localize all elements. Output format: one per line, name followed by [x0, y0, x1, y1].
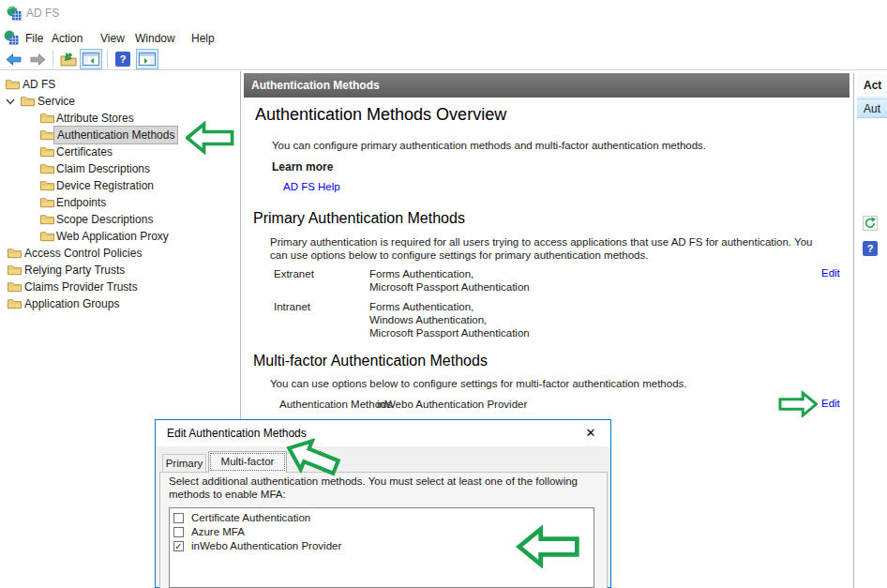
mfa-section-title: Multi-factor Authentication Methods: [253, 353, 488, 369]
folder-icon: [6, 79, 20, 90]
forward-button[interactable]: [26, 49, 49, 69]
primary-edit-link[interactable]: Edit: [821, 267, 840, 279]
actions-pane: Act Aut ?: [857, 73, 887, 588]
tree-item-claim-descriptions[interactable]: Claim Descriptions: [0, 160, 234, 177]
intranet-method-2: Windows Authentication,: [369, 313, 487, 326]
tree-item-web-application-proxy[interactable]: Web Application Proxy: [0, 228, 234, 245]
tree-item-scope-descriptions[interactable]: Scope Descriptions: [0, 211, 234, 228]
title-bar: AD FS: [0, 0, 887, 26]
tree-item-label-selected: Authentication Methods: [54, 127, 177, 143]
tree-item-label: Access Control Policies: [24, 245, 142, 262]
menu-help[interactable]: Help: [188, 30, 218, 47]
back-arrow-icon: [5, 53, 23, 67]
mfa-edit-link[interactable]: Edit: [821, 398, 840, 409]
extranet-method-1: Forms Authentication,: [369, 267, 474, 280]
folder-icon: [40, 214, 54, 225]
mfa-row-value: inWebo Authentication Provider: [377, 398, 527, 411]
primary-section-description: Primary authentication is required for a…: [270, 235, 827, 262]
console-tree-toggle-button[interactable]: [80, 49, 102, 69]
tree-item-label: AD FS: [23, 76, 55, 93]
folder-icon: [40, 146, 54, 158]
checkbox-checked[interactable]: ✓: [173, 541, 184, 551]
folder-icon: [21, 96, 35, 107]
tree-item-authentication-methods[interactable]: Authentication Methods: [0, 127, 234, 143]
console-tree-icon: [83, 53, 99, 66]
adfs-help-link[interactable]: AD FS Help: [283, 181, 340, 192]
action-pane-toggle-button[interactable]: [136, 49, 158, 69]
tree-item-label: Certificates: [56, 143, 113, 160]
toolbar: ?: [0, 49, 887, 70]
menu-file[interactable]: File: [22, 30, 47, 47]
tree-item-label: Web Application Proxy: [56, 228, 169, 245]
folder-icon: [8, 281, 22, 293]
results-pane-header: Authentication Methods: [244, 73, 849, 98]
menu-view[interactable]: View: [97, 30, 128, 47]
chevron-down-icon[interactable]: [6, 98, 15, 105]
tree-item-access-control-policies[interactable]: Access Control Policies: [0, 245, 234, 262]
back-button[interactable]: [2, 49, 24, 69]
checkbox-unchecked[interactable]: [173, 527, 184, 537]
help-icon: ?: [115, 52, 130, 67]
folder-icon: [40, 113, 54, 124]
folder-icon: [40, 163, 54, 174]
folder-icon: [8, 248, 22, 259]
dialog-instruction: Select additional authentication methods…: [169, 475, 598, 501]
mfa-section-description: You can use options below to configure s…: [270, 377, 827, 390]
intranet-method-3: Microsoft Passport Authentication: [369, 326, 530, 339]
menu-window[interactable]: Window: [131, 30, 179, 47]
tree-item-claims-provider-trusts[interactable]: Claims Provider Trusts: [0, 279, 234, 295]
overview-title: Authentication Methods Overview: [255, 105, 506, 125]
menu-action[interactable]: Action: [48, 30, 86, 47]
overview-text: You can configure primary authentication…: [272, 139, 834, 152]
intranet-label: Intranet: [274, 300, 310, 313]
window-title: AD FS: [26, 7, 59, 20]
tree-item-endpoints[interactable]: Endpoints: [0, 194, 234, 211]
folder-icon: [40, 129, 54, 141]
tree-item-certificates[interactable]: Certificates: [0, 143, 234, 160]
tree-item-label: Relying Party Trusts: [24, 262, 125, 279]
tree-item-label: Attribute Stores: [56, 110, 134, 127]
tree-item-label: Application Groups: [24, 295, 119, 312]
folder-icon: [40, 231, 54, 242]
tree-item-service[interactable]: Service: [0, 93, 234, 110]
forward-arrow-icon: [29, 53, 47, 67]
option-label: inWebo Authentication Provider: [191, 539, 341, 553]
help-icon: ?: [863, 241, 878, 256]
menu-bar: File Action View Window Help: [0, 26, 887, 49]
extranet-label: Extranet: [274, 267, 314, 280]
option-label: Certificate Authentication: [191, 511, 310, 525]
action-pane-icon: [139, 53, 156, 66]
export-folder-button[interactable]: [57, 49, 80, 69]
help-button[interactable]: ?: [112, 49, 134, 69]
close-icon[interactable]: ✕: [582, 425, 599, 442]
actions-help-button[interactable]: ?: [863, 241, 878, 256]
folder-icon: [40, 197, 54, 208]
tree-item-application-groups[interactable]: Application Groups: [0, 295, 234, 312]
checkbox-unchecked[interactable]: [173, 513, 184, 523]
tree-item-label: Claim Descriptions: [56, 160, 150, 177]
tree-item-adfs-root[interactable]: AD FS: [0, 76, 234, 93]
pane-splitter[interactable]: [853, 73, 854, 588]
tree-item-label: Scope Descriptions: [56, 211, 153, 228]
tab-multi-factor[interactable]: Multi-factor: [208, 451, 287, 473]
actions-pane-header: Act: [857, 73, 887, 98]
adfs-console-window: AD FS File Action View Window Help: [0, 0, 887, 588]
tree-item-device-registration[interactable]: Device Registration: [0, 177, 234, 194]
tree-item-relying-party-trusts[interactable]: Relying Party Trusts: [0, 262, 234, 279]
refresh-button[interactable]: [863, 216, 878, 231]
primary-section-title: Primary Authentication Methods: [253, 210, 465, 227]
actions-selected-item[interactable]: Aut: [857, 98, 887, 118]
intranet-method-1: Forms Authentication,: [369, 300, 474, 313]
tree-item-label: Endpoints: [56, 194, 106, 211]
edit-authentication-methods-dialog: Edit Authentication Methods ✕ Primary Mu…: [155, 419, 611, 588]
mfa-row-label: Authentication Methods: [279, 398, 392, 411]
learn-more-label: Learn more: [272, 160, 333, 173]
adfs-app-icon-small: [4, 30, 19, 45]
folder-icon: [8, 298, 22, 309]
extranet-method-2: Microsoft Passport Authentication: [369, 280, 530, 294]
mfa-methods-listbox[interactable]: Certificate Authentication Azure MFA ✓ i…: [169, 507, 594, 588]
dialog-title: Edit Authentication Methods: [167, 427, 307, 440]
dialog-title-bar[interactable]: Edit Authentication Methods ✕: [156, 420, 610, 446]
tree-item-attribute-stores[interactable]: Attribute Stores: [0, 110, 234, 127]
tab-primary[interactable]: Primary: [162, 454, 206, 472]
